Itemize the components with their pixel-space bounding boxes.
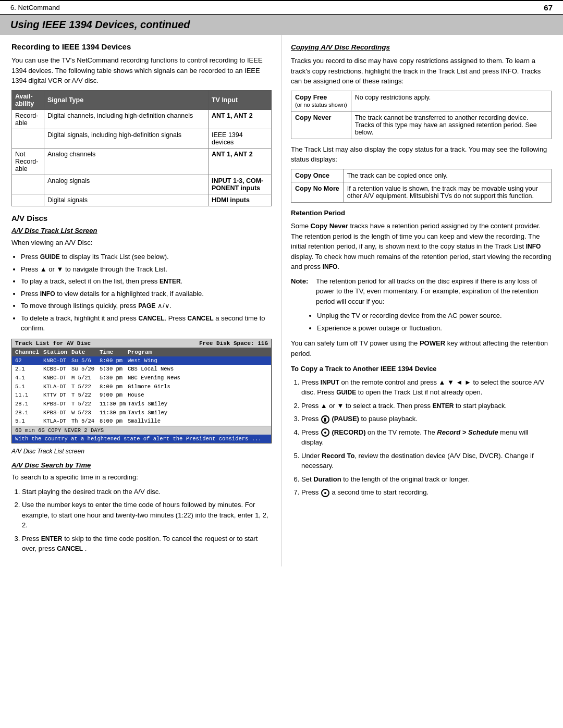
avail-cell: Not Record- able: [12, 148, 44, 175]
copy-device-heading: To Copy a Track to Another IEEE 1394 Dev…: [291, 364, 552, 374]
list-item: Start playing the desired track on the A…: [22, 487, 272, 497]
copy-status-desc: The track can be copied once only.: [343, 169, 551, 182]
tvinput-cell: INPUT 1-3, COM-PONENT inputs: [208, 175, 271, 194]
track-list-footer: 60 min 6G COPY NEVER 2 DAYS: [12, 426, 271, 435]
copy-status-table: Copy OnceThe track can be copied once on…: [291, 169, 552, 203]
track-list-screenshot: Track List for AV Disc Free Disk Space: …: [11, 339, 272, 444]
list-item: To play a track, select it on the list, …: [21, 276, 272, 287]
track-row: 28.1KPBS-DTW 5/2311:30 pmTavis Smiley: [12, 409, 271, 417]
list-item: Press ● a second time to start recording…: [301, 487, 552, 498]
table-row: Digital signalsHDMI inputs: [12, 194, 272, 206]
list-item: Press GUIDE to display its Track List (s…: [21, 252, 272, 262]
signal-cell: Digital signals, including high-definiti…: [44, 129, 208, 148]
page-number: 67: [544, 3, 553, 12]
search-heading: A/V Disc Search by Time: [11, 461, 272, 469]
track-list-header: Track List for AV Disc Free Disk Space: …: [12, 339, 271, 348]
list-item: Press ● (RECORD) on the TV remote. The R…: [301, 427, 552, 448]
copying-heading: Copying A/V Disc Recordings: [291, 42, 552, 53]
copying-intro: Tracks you record to disc may have copy …: [291, 56, 552, 87]
tvinput-cell: ANT 1, ANT 2: [208, 148, 271, 175]
list-item: Press INFO to view details for a highlig…: [21, 289, 272, 299]
col-date: Date: [71, 349, 97, 355]
copy-device-steps: Press INPUT on the remote control and pr…: [301, 377, 552, 498]
note-footer: You can safely turn off TV power using t…: [291, 338, 552, 359]
list-item: Unplug the TV or recording device from t…: [317, 311, 552, 321]
table-row: Copy NeverThe track cannot be transferre…: [291, 111, 552, 139]
signal-cell: Digital signals: [44, 194, 208, 206]
table-row: Copy OnceThe track can be copied once on…: [291, 169, 552, 182]
track-list-columns: Channel Station Date Time Program: [12, 348, 271, 356]
track-row: 5.1KTLA-DTTh 5/248:00 pmSmallville: [12, 417, 271, 426]
copy-label-cell: Copy Never: [291, 111, 351, 139]
list-item: Set Duration to the length of the origin…: [301, 474, 552, 485]
track-list-bullets: Press GUIDE to display its Track List (s…: [21, 252, 272, 334]
availability-table: Avail-ability Signal Type TV Input Recor…: [11, 90, 272, 206]
table-col-tvinput: TV Input: [208, 90, 271, 109]
table-row: Digital signals, including high-definiti…: [12, 129, 272, 148]
search-intro: To search to a specific time in a record…: [11, 472, 272, 483]
track-row: 4.1KNBC-DTM 5/215:30 pmNBC Evening News: [12, 374, 271, 382]
list-item: Experience a power outage or fluctuation…: [317, 323, 552, 334]
list-item: Press ▲ or ▼ to navigate through the Tra…: [21, 264, 272, 275]
table-row: Not Record- ableAnalog channelsANT 1, AN…: [12, 148, 272, 175]
list-item: To delete a track, highlight it and pres…: [21, 313, 272, 334]
tvinput-cell: ANT 1, ANT 2: [208, 109, 271, 129]
copy-desc-cell: No copy restrictions apply.: [351, 91, 551, 111]
copy-desc-cell: The track cannot be transferred to anoth…: [351, 111, 551, 139]
avail-cell: [12, 129, 44, 148]
tvinput-cell: HDMI inputs: [208, 194, 271, 206]
copy-status-desc: If a retention value is shown, the track…: [343, 182, 551, 202]
track-row: 28.1KPBS-DTT 5/2211:30 pmTavis Smiley: [12, 400, 271, 409]
note-block: Note: The retention period for all track…: [291, 276, 552, 307]
track-row: 2.1KCBS-DTSu 5/205:30 pmCBS Local News: [12, 365, 271, 374]
signal-cell: Analog signals: [44, 175, 208, 194]
list-item: Press ▮ (PAUSE) to pause playback.: [301, 414, 552, 424]
section-title: Using IEEE 1394 Devices, continued: [10, 19, 553, 31]
note-bullets: Unplug the TV or recording device from t…: [317, 311, 552, 333]
note-text: The retention period for all tracks on t…: [316, 276, 552, 307]
col-station: Station: [43, 349, 69, 355]
copy-status-label: Copy No More: [291, 182, 344, 202]
list-item: Press ▲ or ▼ to select a track. Then pre…: [301, 401, 552, 411]
retention-text: Some Copy Never tracks have a retention …: [291, 221, 552, 272]
track-list-intro: When viewing an A/V Disc:: [11, 238, 272, 248]
track-list-rows: 62KNBC-DTSu 5/68:00 pmWest Wing2.1KCBS-D…: [12, 356, 271, 426]
table-row: Copy Free(or no status shown)No copy res…: [291, 91, 552, 111]
copy-label-cell: Copy Free(or no status shown): [291, 91, 351, 111]
search-steps: Start playing the desired track on the A…: [22, 487, 272, 554]
table-row: Copy No MoreIf a retention value is show…: [291, 182, 552, 202]
track-list-title: Track List for AV Disc: [15, 340, 91, 347]
signal-cell: Digital channels, including high-definit…: [44, 109, 208, 129]
table-row: Record- ableDigital channels, including …: [12, 109, 272, 129]
list-item: To move through listings quickly, press …: [21, 301, 272, 311]
tvinput-cell: IEEE 1394 devices: [208, 129, 271, 148]
recording-heading: Recording to IEEE 1394 Devices: [11, 42, 272, 51]
track-list-disk-space: Free Disk Space: 11G: [199, 340, 268, 347]
copy-status-intro: The Track List may also display the copy…: [291, 144, 552, 165]
recording-intro: You can use the TV's NetCommand recordin…: [11, 55, 272, 86]
list-item: Use the number keys to enter the time co…: [22, 500, 272, 530]
list-item: Under Record To, review the destination …: [301, 451, 552, 471]
table-col-avail: Avail-ability: [12, 90, 44, 109]
col-time: Time: [100, 349, 126, 355]
col-program: Program: [128, 349, 268, 355]
main-content: Recording to IEEE 1394 Devices You can u…: [0, 35, 563, 566]
copy-restrictions-table: Copy Free(or no status shown)No copy res…: [291, 91, 552, 139]
avail-cell: [12, 194, 44, 206]
table-row: Analog signalsINPUT 1-3, COM-PONENT inpu…: [12, 175, 272, 194]
section-title-bar: Using IEEE 1394 Devices, continued: [0, 15, 563, 35]
header-title: 6. NetCommand: [10, 4, 60, 11]
track-row: 62KNBC-DTSu 5/68:00 pmWest Wing: [12, 356, 271, 365]
list-item: Press ENTER to skip to the time code pos…: [22, 534, 272, 554]
col-channel: Channel: [15, 349, 41, 355]
copy-status-label: Copy Once: [291, 169, 344, 182]
signal-cell: Analog channels: [44, 148, 208, 175]
track-list-footer2: With the country at a heightened state o…: [12, 435, 271, 443]
list-item: Press INPUT on the remote control and pr…: [301, 377, 552, 398]
page-header: 6. NetCommand 67: [0, 0, 563, 15]
right-column: Copying A/V Disc Recordings Tracks you r…: [282, 35, 563, 566]
note-label: Note:: [291, 276, 312, 307]
track-row: 5.1KTLA-DTT 5/228:00 pmGilmore Girls: [12, 382, 271, 391]
avail-cell: Record- able: [12, 109, 44, 129]
avail-cell: [12, 175, 44, 194]
